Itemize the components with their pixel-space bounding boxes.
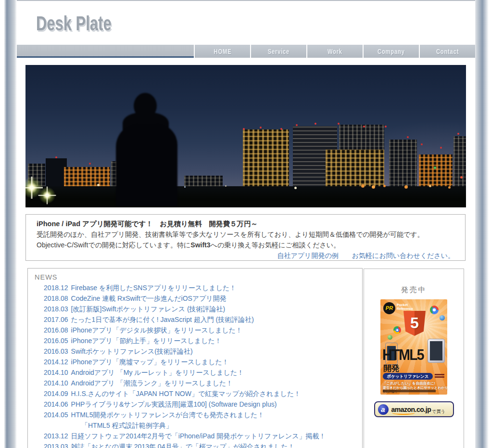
- link-app-examples[interactable]: 自社アプリ開発の例: [277, 252, 338, 259]
- news-text-continuation: 「HTML5 程式設計範例字典」: [44, 420, 355, 431]
- amazon-smile-icon: [392, 411, 415, 415]
- news-list: 2018.12Firebase を利用したSNSアプリをリリースしました！ 20…: [35, 282, 355, 448]
- news-item[interactable]: 2013.12日経ソフトウェア2014年2月号で「iPhone/iPad 開発ポ…: [35, 431, 355, 441]
- nav-button[interactable]: Contact: [419, 45, 475, 58]
- building-silhouette: [389, 140, 417, 189]
- news-text: PHPライブラリ&サンプル実践活用[厳選100] (Software Desig…: [71, 400, 277, 408]
- news-date: 2013.03: [44, 443, 68, 448]
- hero-image: [25, 65, 466, 207]
- page-background: Desk Plate HOME Service Work Company Con…: [0, 0, 491, 448]
- news-item[interactable]: 2014.09H.I.S.さんのサイト「JAPAN HOT NOW」で紅葉マップ…: [35, 388, 355, 399]
- nav-button[interactable]: Company: [363, 45, 419, 58]
- book-subtitle: ポケットリファレンス: [383, 373, 433, 380]
- news-date: 2014.05: [44, 411, 68, 419]
- promo-links: 自社アプリ開発の例お気軽にお問い合わせください。: [37, 250, 454, 261]
- news-date: 2018.12: [44, 284, 68, 292]
- nav-button[interactable]: HOME: [194, 45, 250, 58]
- amazon-buy-label: で買う: [432, 409, 445, 415]
- sidebar-box: 発売中 PR Pocket Reference 5 HTML5 開発 ポケットリ…: [364, 269, 464, 448]
- pocket-reference-badge: PR: [383, 302, 395, 314]
- link-contact-us[interactable]: お気軽にお問い合わせください。: [352, 252, 454, 259]
- browser-icon: [393, 326, 401, 334]
- book-title-ja: 開発: [383, 363, 400, 374]
- news-date: 2016.05: [44, 337, 68, 345]
- news-text: Androidアプリ 「My ルーレット」をリリースしました！: [71, 369, 244, 376]
- news-text: 雑誌「おとなの週末 2013年 04月号」で「桜マップ」が紹介されました！: [71, 443, 295, 448]
- news-date: 2016.03: [44, 347, 68, 355]
- news-text: たった1日で基本が身に付く! JavaScript 超入門 (技術評論社): [71, 316, 254, 323]
- amazon-buy-button[interactable]: a amazon.co.jp で買う: [374, 401, 454, 417]
- news-text: HTML5開発ポケットリファレンスが台湾でも発売されました！: [71, 411, 264, 419]
- light-flare: [38, 187, 56, 205]
- nav-button[interactable]: Service: [250, 45, 306, 58]
- news-title: NEWS: [35, 273, 355, 281]
- street-lights: [25, 65, 27, 66]
- news-box: NEWS 2018.12Firebase を利用したSNSアプリをリリースしまし…: [27, 268, 363, 448]
- book-cover[interactable]: PR Pocket Reference 5 HTML5 開発 ポケットリファレン…: [380, 299, 447, 395]
- book-author-lines: [435, 374, 444, 375]
- news-text: H.I.S.さんのサイト「JAPAN HOT NOW」で紅葉マップが紹介されまし…: [71, 390, 301, 397]
- news-item[interactable]: 2016.08iPhoneアプリ「デジタル挨拶状」をリリースしました！: [35, 325, 355, 335]
- news-text: Androidアプリ 「潮流ランク」をリリースしました！: [71, 379, 233, 387]
- building-silhouette: [326, 150, 384, 189]
- promo-line2: Objective-C/Swiftでの開発に対応しています。特にSwift3への…: [37, 240, 454, 250]
- news-item[interactable]: 2014.10Androidアプリ 「My ルーレット」をリリースしました！: [35, 367, 355, 378]
- html5-shield-icon: 5: [403, 311, 426, 336]
- news-date: 2014.10: [44, 369, 68, 376]
- news-text: 日経ソフトウェア2014年2月号で「iPhone/iPad 開発ポケットリファレ…: [71, 432, 326, 440]
- amazon-logo-text: amazon.co.jp: [391, 406, 431, 413]
- pocket-reference-label: Pocket Reference: [397, 303, 413, 311]
- browser-icon: [430, 306, 439, 314]
- news-date: 2017.06: [44, 316, 68, 323]
- site-logo[interactable]: Desk Plate: [36, 12, 112, 35]
- building-silhouette: [419, 154, 453, 189]
- news-item[interactable]: 2014.06PHPライブラリ&サンプル実践活用[厳選100] (Softwar…: [35, 399, 355, 410]
- news-date: 2014.12: [44, 358, 68, 366]
- on-sale-label: 発売中: [364, 285, 464, 294]
- news-item[interactable]: 2017.06たった1日で基本が身に付く! JavaScript 超入門 (技術…: [35, 314, 355, 325]
- promo-headline: iPhone / iPad アプリ開発可能です！ お見積り無料 開発費５万円～: [37, 218, 454, 229]
- promo-line1: 受託開発のほか、自社アプリ開発、技術書執筆等で多大なリソースを所有しており、より…: [37, 229, 454, 240]
- building-silhouette: [453, 136, 466, 189]
- news-item[interactable]: 2016.03Swiftポケットリファレンス(技術評論社): [35, 346, 355, 357]
- promo-box: iPhone / iPad アプリ開発可能です！ お見積り無料 開発費５万円～ …: [25, 214, 466, 261]
- news-text: CodeZine 連載 RxSwiftで一歩進んだiOSアプリ開発: [71, 294, 227, 302]
- browser-icon: [440, 315, 445, 320]
- nav-button-group: HOME Service Work Company Contact: [194, 45, 475, 58]
- news-date: 2014.10: [44, 379, 68, 387]
- browser-icon: [388, 335, 392, 340]
- news-item[interactable]: 2014.12iPhoneアプリ「廃墟マップ」をリリースしました！: [35, 357, 355, 367]
- news-text: Swiftポケットリファレンス(技術評論社): [71, 347, 193, 355]
- book-title: HTML5: [382, 346, 441, 364]
- news-text: iPhoneアプリ「節約上手」をリリースしました！: [71, 337, 222, 345]
- news-text: Firebase を利用したSNSアプリをリリースしました！: [71, 284, 237, 292]
- news-item[interactable]: 2014.05HTML5開発ポケットリファレンスが台湾でも発売されました！ 「H…: [35, 410, 355, 431]
- news-item[interactable]: 2018.08CodeZine 連載 RxSwiftで一歩進んだiOSアプリ開発: [35, 293, 355, 304]
- news-text: iPhoneアプリ「デジタル挨拶状」をリリースしました！: [71, 326, 243, 334]
- person-body: [116, 124, 177, 207]
- news-date: 2016.08: [44, 326, 68, 334]
- news-item[interactable]: 2016.05iPhoneアプリ「節約上手」をリリースしました！: [35, 335, 355, 346]
- swift3-bold: Swift3: [190, 241, 210, 249]
- news-date: 2014.06: [44, 400, 68, 408]
- news-date: 2018.08: [44, 294, 68, 302]
- hero-ground: [25, 186, 466, 207]
- news-text: [改訂新版]Swiftポケットリファレンス (技術評論社): [71, 305, 226, 313]
- news-date: 2013.12: [44, 432, 68, 440]
- news-item[interactable]: 2018.03[改訂新版]Swiftポケットリファレンス (技術評論社): [35, 304, 355, 314]
- news-item[interactable]: 2013.03雑誌「おとなの週末 2013年 04月号」で「桜マップ」が紹介され…: [35, 441, 355, 448]
- news-date: 2014.09: [44, 390, 68, 397]
- news-item[interactable]: 2014.10Androidアプリ 「潮流ランク」をリリースしました！: [35, 378, 355, 388]
- amazon-logo-icon: a: [378, 404, 389, 415]
- building-silhouette: [243, 129, 289, 189]
- news-date: 2018.03: [44, 305, 68, 313]
- news-item[interactable]: 2018.12Firebase を利用したSNSアプリをリリースしました！: [35, 282, 355, 293]
- site-header: Desk Plate: [17, 1, 475, 45]
- book-publisher: 技術評論社: [383, 390, 397, 394]
- news-text: iPhoneアプリ「廃墟マップ」をリリースしました！: [71, 358, 229, 366]
- main-nav: HOME Service Work Company Contact: [17, 45, 475, 58]
- nav-button[interactable]: Work: [306, 45, 363, 58]
- content-area: Desk Plate HOME Service Work Company Con…: [17, 0, 475, 448]
